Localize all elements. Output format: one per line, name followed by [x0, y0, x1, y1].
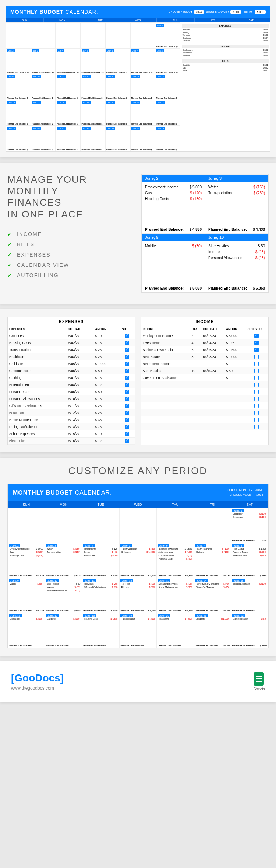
- table-row: -: [141, 416, 269, 423]
- table-row: Gifts and Celebrations06/11/24$ 25: [8, 402, 135, 409]
- checkbox[interactable]: [125, 355, 129, 359]
- table-row: Side Hustles1006/10/24$ 50: [141, 367, 269, 374]
- tables-section: EXPENSES EXPENSESDUE DATEAMOUNTPAIDGroce…: [0, 309, 276, 452]
- year-value[interactable]: 2024: [256, 493, 263, 496]
- start-balance-value[interactable]: 5,000: [230, 10, 241, 14]
- customize-cell: [8, 508, 45, 543]
- expenses-title: EXPENSES: [8, 317, 135, 326]
- customize-cell: June, 5Trash Collection$ (30)Childcare$(…: [119, 543, 156, 578]
- month-value[interactable]: JUNE: [255, 488, 263, 492]
- income-value[interactable]: 5,000: [255, 10, 266, 14]
- table-row: Healthcare06/04/24$ 250: [8, 353, 135, 360]
- table-row: Childcare06/05/24$ 1,000: [8, 360, 135, 367]
- customize-cell: June, 9Mobile$ (50)Planned End Balance:$…: [8, 578, 45, 613]
- checkbox[interactable]: [125, 348, 129, 352]
- checkbox[interactable]: [254, 341, 259, 345]
- expenses-table: EXPENSESDUE DATEAMOUNTPAIDGroceries06/01…: [8, 326, 135, 445]
- day-cell: June, 2Employment Income$ 5,000Gas$ (120…: [142, 174, 205, 233]
- customize-cell: June, 19Transportation$ (250)Planned End…: [119, 613, 156, 648]
- customize-cell: June, 1Electricity$ (100)Groceries$ (100…: [231, 508, 268, 543]
- table-row: Home Maintenance06/13/24$ 35: [8, 416, 135, 423]
- checkbox[interactable]: [254, 362, 259, 366]
- checkbox[interactable]: [254, 404, 259, 408]
- day-cell: June, 3Water$ (150)Transportation$ (250)…: [205, 174, 268, 233]
- table-row: Transportation06/03/24$ 250: [8, 346, 135, 353]
- customize-cell: [45, 508, 82, 543]
- customize-day-headers: SUNMONTUEWEDTHUFRISAT: [8, 501, 268, 508]
- year-label: CHOOSE YEAR ▸: [230, 493, 254, 496]
- checkbox[interactable]: [254, 418, 259, 422]
- checkbox[interactable]: [125, 404, 129, 408]
- customize-cell: June, 4Investments$ 125Sewer$ (45)Health…: [82, 543, 119, 578]
- checkbox[interactable]: [125, 411, 129, 415]
- checkbox[interactable]: [125, 383, 129, 387]
- cust-title-rest: CALENDAR.: [73, 489, 112, 496]
- calendar-sidebar: EXPENSES Groceries06/01Housing06/02Trans…: [180, 22, 270, 151]
- checkbox[interactable]: [254, 411, 259, 415]
- table-row: Electronics06/16/24$ 120: [8, 438, 135, 445]
- customize-cell: June, 22Communication$ (50)Planned End B…: [231, 613, 268, 648]
- checkbox[interactable]: [254, 355, 259, 359]
- customize-header: MONTHLY BUDGET CALENDAR. CHOOSE MONTH ▸ …: [8, 484, 268, 501]
- income-table: INCOMEDAYDUE DATEAMOUNTRECEIVEDEmploymen…: [141, 326, 269, 430]
- checkbox[interactable]: [254, 390, 259, 394]
- features-heading: MANAGE YOURMONTHLYFINANCESIN ONE PLACE: [7, 174, 134, 220]
- table-row: Real Estate806/08/24$ 1,000: [141, 353, 269, 360]
- checkbox[interactable]: [254, 376, 259, 380]
- table-row: Business Ownership606/06/24$ 1,500: [141, 346, 269, 353]
- checkbox[interactable]: [125, 425, 129, 429]
- sheets-label: Sheets: [254, 687, 265, 691]
- day-cell: June, 9Mobile$ (50)Planned End Balance:$…: [142, 233, 205, 292]
- table-row: Personal Care06/06/24$ 50: [8, 388, 135, 395]
- customize-cell: June, 16Electronics$ (120)Planned End Ba…: [8, 613, 45, 648]
- customize-cell: June, 18Housing Costs$ (150)Planned End …: [82, 613, 119, 648]
- customize-cell: [157, 508, 194, 543]
- checkbox[interactable]: [254, 383, 259, 387]
- start-balance-label: START BALANCE ▸: [206, 10, 229, 13]
- checkbox[interactable]: [254, 369, 259, 373]
- table-row: Clothing06/07/24$ 150: [8, 374, 135, 381]
- customize-heading: CUSTOMIZE ANY PERIOD: [7, 465, 269, 477]
- checkbox[interactable]: [125, 341, 129, 345]
- table-row: Communication06/06/24$ 50: [8, 367, 135, 374]
- calendar-grid: Jun 1Planned End Balance: $ -Jun 2Planne…: [6, 22, 180, 151]
- sheets-icon: [254, 672, 264, 686]
- checkbox[interactable]: [125, 439, 129, 443]
- period-value[interactable]: 2024: [194, 10, 204, 14]
- checkbox[interactable]: [125, 376, 129, 380]
- customize-cell: June, 7Health Insurance$ (100)Clothing$ …: [194, 543, 231, 578]
- side-income-title: INCOME: [182, 45, 269, 48]
- checkbox[interactable]: [125, 418, 129, 422]
- checkbox[interactable]: [125, 432, 129, 436]
- checkbox[interactable]: [125, 369, 129, 373]
- checkbox[interactable]: [125, 334, 129, 338]
- feature-item: AUTOFILLING: [7, 272, 134, 278]
- table-row: Entertainment06/08/24$ 120: [8, 381, 135, 388]
- income-title: INCOME: [141, 317, 269, 326]
- features-list: INCOMEBILLSEXPENSESCALENDAR VIEWAUTOFILL…: [7, 231, 134, 278]
- customize-cell: June, 12Toll Fees$ (10)Education$ (25)Pl…: [119, 578, 156, 613]
- customize-cell: June, 8Real Estate$ 1,000Property Taxes$…: [231, 543, 268, 578]
- checkbox[interactable]: [254, 334, 259, 338]
- checkbox[interactable]: [254, 425, 259, 429]
- table-row: -: [141, 388, 269, 395]
- table-row: School Expenses06/15/24$ 100: [8, 430, 135, 438]
- feature-item: BILLS: [7, 241, 134, 247]
- table-row: -: [141, 409, 269, 416]
- period-label: CHOOSE PERIOD ▸: [169, 10, 193, 13]
- feature-item: EXPENSES: [7, 252, 134, 258]
- customize-grid: June, 1Electricity$ (100)Groceries$ (100…: [8, 508, 268, 648]
- checkbox[interactable]: [254, 348, 259, 352]
- checkbox[interactable]: [125, 390, 129, 394]
- checkbox[interactable]: [254, 397, 259, 401]
- checkbox[interactable]: [125, 397, 129, 401]
- checkbox[interactable]: [125, 362, 129, 366]
- income-label: INCOME: [243, 11, 254, 13]
- customize-cell: June, 15School Expenses$ (100)Planned En…: [231, 578, 268, 613]
- table-row: Personal Allowances06/10/24$ 15: [8, 395, 135, 402]
- feature-item: CALENDAR VIEW: [7, 262, 134, 268]
- customize-cell: June, 10Side Hustles$ 50Internet$ (15)Pe…: [45, 578, 82, 613]
- table-row: Housing Costs06/02/24$ 150: [8, 339, 135, 346]
- hero-calendar-preview: MONTHLY BUDGET CALENDAR. CHOOSE PERIOD ▸…: [0, 0, 276, 157]
- footer: [GooDocs] www.thegoodocs.com Sheets: [0, 661, 276, 702]
